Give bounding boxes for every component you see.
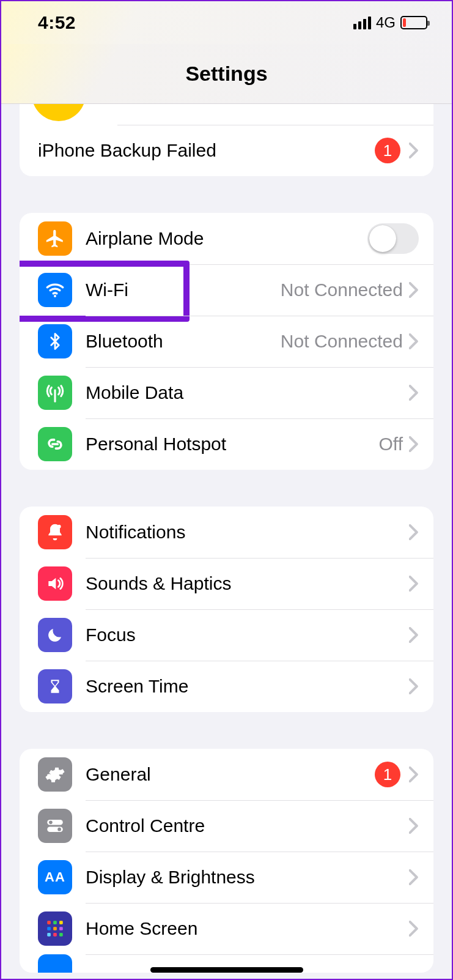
mobile-data-label: Mobile Data — [86, 382, 409, 403]
bluetooth-row[interactable]: Bluetooth Not Connected — [20, 316, 433, 367]
hourglass-icon — [38, 669, 72, 703]
home-screen-label: Home Screen — [86, 918, 409, 939]
chevron-right-icon — [409, 818, 419, 834]
chevron-right-icon — [409, 678, 419, 694]
avatar — [32, 104, 99, 125]
svg-rect-10 — [53, 927, 57, 930]
text-size-icon: AA — [38, 860, 72, 894]
svg-rect-11 — [59, 927, 63, 930]
chevron-right-icon — [409, 385, 419, 401]
wifi-row[interactable]: Wi-Fi Not Connected — [20, 264, 433, 316]
battery-icon — [400, 16, 427, 29]
chevron-right-icon — [409, 143, 419, 158]
mobile-data-row[interactable]: Mobile Data — [20, 367, 433, 418]
home-screen-row[interactable]: Home Screen — [20, 903, 433, 954]
gear-icon — [38, 757, 72, 792]
cellular-signal-icon — [353, 17, 371, 29]
personal-hotspot-label: Personal Hotspot — [86, 434, 379, 455]
bell-icon — [38, 515, 72, 549]
control-centre-label: Control Centre — [86, 815, 409, 836]
chevron-right-icon — [409, 436, 419, 452]
svg-point-1 — [57, 525, 61, 529]
group-system: General 1 Control Centre AA Display & Br… — [20, 749, 433, 973]
focus-row[interactable]: Focus — [20, 609, 433, 661]
svg-point-0 — [54, 295, 56, 297]
chevron-right-icon — [409, 524, 419, 540]
svg-rect-8 — [59, 921, 63, 924]
notifications-row[interactable]: Notifications — [20, 507, 433, 558]
svg-rect-9 — [47, 927, 51, 930]
chevron-right-icon — [409, 869, 419, 885]
display-row[interactable]: AA Display & Brightness — [20, 852, 433, 903]
network-type: 4G — [376, 14, 396, 31]
general-label: General — [86, 764, 375, 785]
bluetooth-value: Not Connected — [281, 331, 403, 352]
screentime-row[interactable]: Screen Time — [20, 661, 433, 712]
control-centre-row[interactable]: Control Centre — [20, 800, 433, 852]
chevron-right-icon — [409, 921, 419, 937]
page-title: Settings — [185, 62, 267, 86]
app-grid-icon — [38, 911, 72, 946]
wifi-label: Wi-Fi — [86, 280, 281, 300]
backup-failed-label: iPhone Backup Failed — [38, 140, 375, 161]
wifi-value: Not Connected — [281, 280, 403, 300]
airplane-mode-label: Airplane Mode — [86, 228, 367, 249]
group-attention: Notifications Sounds & Haptics Focus Scr… — [20, 507, 433, 712]
backup-failed-row[interactable]: iPhone Backup Failed 1 — [20, 125, 433, 176]
chevron-right-icon — [409, 627, 419, 643]
badge: 1 — [375, 762, 400, 787]
nav-header: Settings — [1, 44, 452, 104]
svg-point-3 — [49, 821, 53, 825]
chevron-right-icon — [409, 282, 419, 298]
display-label: Display & Brightness — [86, 867, 409, 888]
antenna-icon — [38, 376, 72, 410]
hotspot-icon — [38, 427, 72, 461]
group-connectivity: Airplane Mode Wi-Fi Not Connected Blueto… — [20, 213, 433, 470]
status-indicators: 4G — [353, 14, 427, 31]
home-indicator[interactable] — [150, 967, 303, 973]
bluetooth-icon — [38, 324, 72, 358]
sounds-row[interactable]: Sounds & Haptics — [20, 558, 433, 609]
speaker-icon — [38, 566, 72, 601]
apple-id-row-truncated[interactable] — [20, 104, 433, 125]
svg-rect-6 — [47, 921, 51, 924]
svg-rect-13 — [53, 933, 57, 937]
airplane-mode-toggle[interactable] — [367, 223, 419, 254]
chevron-right-icon — [409, 333, 419, 349]
bluetooth-label: Bluetooth — [86, 331, 281, 352]
sounds-label: Sounds & Haptics — [86, 573, 409, 594]
badge: 1 — [375, 138, 400, 163]
moon-icon — [38, 618, 72, 652]
svg-rect-12 — [47, 933, 51, 937]
svg-rect-7 — [53, 921, 57, 924]
status-time: 4:52 — [38, 12, 76, 33]
focus-label: Focus — [86, 625, 409, 645]
screentime-label: Screen Time — [86, 676, 409, 697]
personal-hotspot-row[interactable]: Personal Hotspot Off — [20, 418, 433, 470]
general-row[interactable]: General 1 — [20, 749, 433, 800]
chevron-right-icon — [409, 767, 419, 782]
status-bar: 4:52 4G — [1, 1, 452, 44]
wifi-icon — [38, 273, 72, 307]
chevron-right-icon — [409, 576, 419, 592]
notifications-label: Notifications — [86, 522, 409, 543]
svg-rect-14 — [59, 933, 63, 937]
airplane-mode-row[interactable]: Airplane Mode — [20, 213, 433, 264]
accessibility-icon — [38, 954, 72, 973]
group-account: iPhone Backup Failed 1 — [20, 104, 433, 176]
airplane-icon — [38, 221, 72, 256]
svg-point-5 — [57, 828, 61, 831]
personal-hotspot-value: Off — [379, 434, 403, 455]
toggles-icon — [38, 809, 72, 843]
